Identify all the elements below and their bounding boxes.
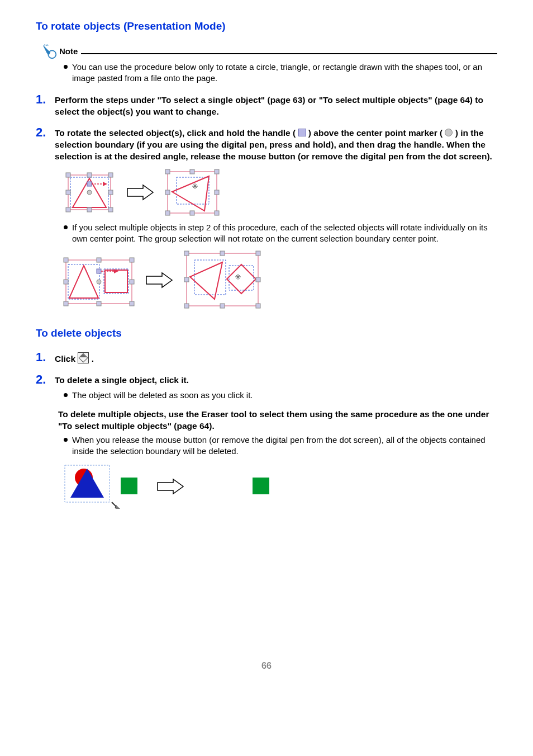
svg-rect-23 bbox=[165, 211, 170, 215]
svg-rect-4 bbox=[66, 173, 70, 177]
fig-delete-after bbox=[194, 464, 278, 509]
delete-step1-part2: . bbox=[92, 354, 94, 363]
svg-marker-17 bbox=[172, 176, 209, 211]
fig-delete-before bbox=[63, 464, 146, 509]
svg-rect-22 bbox=[215, 190, 219, 195]
svg-rect-32 bbox=[97, 258, 101, 262]
figure-delete bbox=[63, 464, 497, 509]
step2-part2: ) above the center point marker ( bbox=[308, 128, 442, 138]
svg-rect-49 bbox=[256, 251, 260, 256]
svg-point-39 bbox=[97, 280, 101, 284]
arrow-icon bbox=[156, 478, 184, 495]
note-bullet-list: You can use the procedure below only to … bbox=[64, 62, 497, 84]
step-number: 1. bbox=[36, 93, 55, 106]
svg-rect-11 bbox=[108, 207, 113, 212]
note-rule bbox=[81, 53, 497, 54]
svg-rect-50 bbox=[184, 277, 189, 282]
svg-rect-5 bbox=[87, 173, 92, 177]
note-bullet-text: You can use the procedure below only to … bbox=[72, 62, 497, 84]
svg-rect-47 bbox=[184, 251, 189, 256]
svg-rect-29 bbox=[104, 269, 129, 294]
figure-rotate-multi bbox=[63, 250, 497, 310]
step-body: To rotate the selected object(s), click … bbox=[55, 126, 497, 163]
svg-rect-60 bbox=[253, 478, 269, 494]
svg-rect-7 bbox=[66, 190, 70, 195]
step2-part1: To rotate the selected object(s), click … bbox=[55, 128, 296, 138]
svg-rect-43 bbox=[194, 260, 226, 295]
svg-rect-9 bbox=[66, 207, 70, 212]
svg-rect-15 bbox=[168, 172, 217, 213]
fig-before-single bbox=[63, 169, 116, 215]
svg-marker-57 bbox=[70, 469, 104, 498]
step-body: To delete a single object, click it. bbox=[55, 373, 497, 386]
svg-rect-38 bbox=[130, 301, 134, 306]
svg-rect-20 bbox=[215, 169, 219, 174]
rotate-step2-note: If you select multiple objects in step 2… bbox=[64, 222, 497, 245]
svg-rect-40 bbox=[97, 269, 101, 273]
delete-step2-bullet-text: The object will be deleted as soon as yo… bbox=[72, 390, 253, 401]
svg-rect-25 bbox=[215, 211, 219, 215]
svg-rect-45 bbox=[229, 266, 254, 290]
fig-after-single bbox=[164, 168, 220, 216]
svg-rect-36 bbox=[64, 301, 68, 306]
svg-rect-6 bbox=[108, 173, 113, 177]
step-body: Click . bbox=[55, 351, 497, 365]
svg-rect-30 bbox=[105, 270, 127, 292]
svg-rect-54 bbox=[256, 304, 260, 308]
svg-marker-44 bbox=[190, 262, 222, 299]
svg-marker-14 bbox=[103, 182, 107, 186]
delete-step2-bullet: The object will be deleted as soon as yo… bbox=[64, 390, 497, 401]
delete-step-1: 1. Click . bbox=[36, 351, 497, 365]
svg-marker-59 bbox=[115, 505, 120, 509]
step-number: 1. bbox=[36, 351, 55, 364]
svg-rect-58 bbox=[121, 478, 137, 494]
arrow-icon bbox=[145, 272, 173, 289]
delete-step1-part1: Click bbox=[55, 354, 78, 363]
page-number: 66 bbox=[36, 660, 497, 672]
rotate-step2-note-text: If you select multiple objects in step 2… bbox=[72, 222, 497, 245]
svg-rect-8 bbox=[108, 190, 113, 195]
section-title-rotate: To rotate objects (Presentation Mode) bbox=[36, 19, 497, 34]
svg-rect-13 bbox=[87, 182, 92, 186]
rotate-handle-icon bbox=[298, 129, 306, 136]
fig-after-multi bbox=[183, 250, 261, 310]
bullet-icon bbox=[64, 225, 68, 229]
note-block: Note You can use the procedure below onl… bbox=[36, 44, 497, 84]
eraser-tool-icon bbox=[78, 352, 89, 363]
bullet-icon bbox=[64, 393, 68, 397]
delete-step-2: 2. To delete a single object, click it. bbox=[36, 373, 497, 386]
svg-rect-35 bbox=[130, 280, 134, 284]
rotate-step-1: 1. Perform the steps under "To select a … bbox=[36, 93, 497, 118]
center-marker-icon bbox=[445, 129, 453, 136]
svg-rect-33 bbox=[130, 258, 134, 262]
section-title-delete: To delete objects bbox=[36, 326, 497, 341]
note-pencil-icon bbox=[41, 44, 57, 59]
svg-rect-24 bbox=[190, 211, 194, 215]
svg-rect-27 bbox=[68, 264, 99, 299]
svg-rect-34 bbox=[64, 280, 68, 284]
delete-multi-heading: To delete multiple objects, use the Eras… bbox=[58, 409, 497, 432]
svg-rect-10 bbox=[87, 207, 92, 212]
svg-rect-48 bbox=[220, 251, 225, 256]
fig-before-multi bbox=[63, 252, 135, 308]
svg-rect-53 bbox=[220, 304, 225, 308]
delete-multi-bullet: When you release the mouse button (or re… bbox=[64, 434, 497, 457]
svg-rect-31 bbox=[64, 258, 68, 262]
step-body: Perform the steps under "To select a sin… bbox=[55, 93, 497, 118]
rotate-step-2: 2. To rotate the selected object(s), cli… bbox=[36, 126, 497, 163]
delete-multi-bullet-text: When you release the mouse button (or re… bbox=[72, 434, 497, 457]
svg-rect-42 bbox=[187, 253, 258, 306]
svg-rect-51 bbox=[256, 277, 260, 282]
step-number: 2. bbox=[36, 126, 55, 139]
svg-rect-16 bbox=[177, 177, 209, 204]
svg-marker-28 bbox=[69, 266, 98, 298]
svg-rect-52 bbox=[184, 304, 189, 308]
svg-point-12 bbox=[87, 190, 92, 195]
step-number: 2. bbox=[36, 373, 55, 386]
delete-step2-text: To delete a single object, click it. bbox=[55, 375, 497, 386]
svg-marker-46 bbox=[227, 264, 256, 294]
svg-rect-37 bbox=[97, 301, 101, 306]
svg-rect-18 bbox=[165, 169, 170, 174]
note-label: Note bbox=[59, 46, 78, 57]
bullet-icon bbox=[64, 65, 68, 69]
